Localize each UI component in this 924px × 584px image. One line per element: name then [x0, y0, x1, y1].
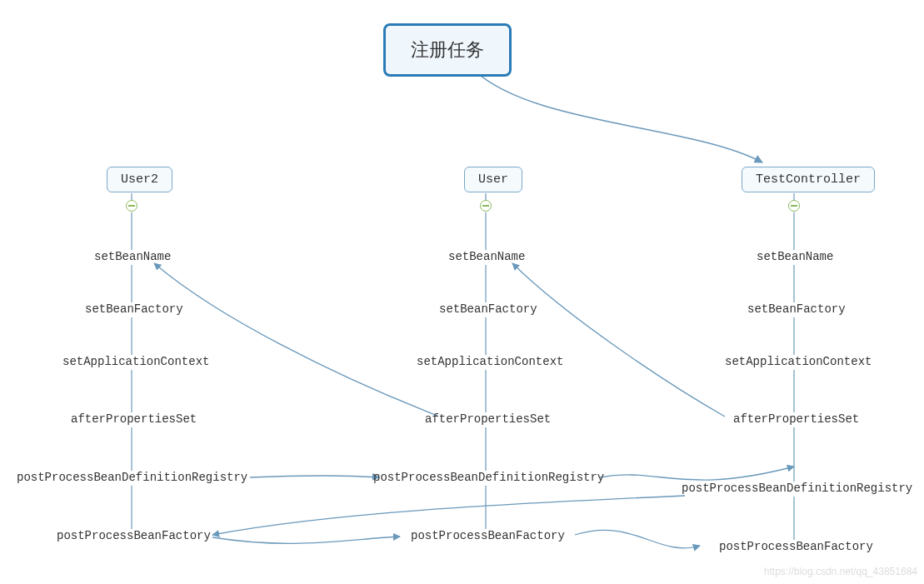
- node-user2-label: User2: [121, 172, 158, 187]
- connector-layer: [0, 0, 924, 584]
- node-user-label: User: [478, 172, 508, 187]
- node-testcontroller[interactable]: TestController: [742, 167, 875, 192]
- leaf-item[interactable]: postProcessBeanFactory: [719, 540, 873, 553]
- root-label: 注册任务: [411, 39, 484, 60]
- leaf-item[interactable]: postProcessBeanDefinitionRegistry: [682, 482, 912, 495]
- leaf-item[interactable]: setBeanFactory: [439, 302, 537, 316]
- collapse-icon[interactable]: [788, 200, 800, 212]
- node-user2[interactable]: User2: [107, 167, 172, 192]
- leaf-item[interactable]: setApplicationContext: [62, 355, 209, 368]
- leaf-item[interactable]: setApplicationContext: [417, 355, 563, 368]
- node-testcontroller-label: TestController: [756, 172, 861, 187]
- collapse-icon[interactable]: [480, 200, 492, 212]
- leaf-item[interactable]: afterPropertiesSet: [425, 412, 551, 426]
- leaf-item[interactable]: postProcessBeanFactory: [57, 529, 211, 542]
- collapse-icon[interactable]: [126, 200, 137, 212]
- leaf-item[interactable]: setBeanFactory: [747, 302, 846, 316]
- root-node[interactable]: 注册任务: [383, 23, 512, 77]
- leaf-item[interactable]: setBeanName: [448, 250, 525, 263]
- node-user[interactable]: User: [464, 167, 522, 192]
- leaf-item[interactable]: setBeanName: [757, 250, 833, 263]
- leaf-item[interactable]: setApplicationContext: [725, 355, 872, 368]
- leaf-item[interactable]: afterPropertiesSet: [733, 412, 859, 426]
- leaf-item[interactable]: setBeanName: [94, 250, 171, 263]
- leaf-item[interactable]: postProcessBeanDefinitionRegistry: [17, 471, 247, 484]
- watermark-text: https://blog.csdn.net/qq_43851684: [764, 566, 917, 577]
- leaf-item[interactable]: postProcessBeanDefinitionRegistry: [373, 471, 604, 484]
- leaf-item[interactable]: setBeanFactory: [85, 302, 183, 316]
- leaf-item[interactable]: postProcessBeanFactory: [411, 529, 565, 542]
- leaf-item[interactable]: afterPropertiesSet: [71, 412, 197, 426]
